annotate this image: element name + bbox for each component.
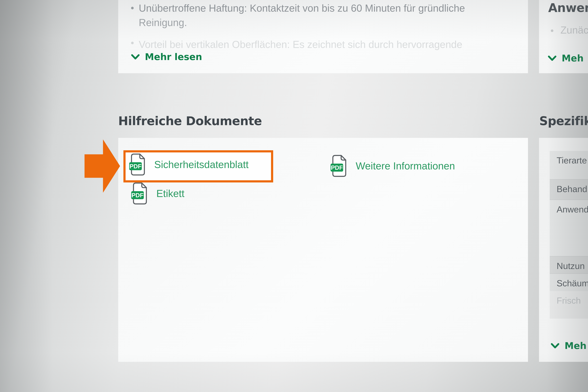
document-link-label: Weitere Informationen xyxy=(356,160,455,172)
pdf-badge-label: PDF xyxy=(131,192,143,198)
tutorial-highlight-box: PDF Sicherheitsdatenblatt xyxy=(123,150,273,182)
pdf-icon: PDF xyxy=(129,153,146,176)
description-content: Unübertroffene Haftung: Kontaktzeit von … xyxy=(118,0,528,73)
row-label: Tierarte xyxy=(557,155,587,165)
bullet-line-2: Reinigung. xyxy=(139,15,465,30)
usage-card: Anwend Zunäc Meh xyxy=(539,0,588,73)
row-label: Nutzun xyxy=(557,261,585,271)
table-row: Frisch xyxy=(550,291,588,318)
row-label: Frisch xyxy=(557,296,581,306)
read-more-label: Meh xyxy=(565,340,587,351)
pdf-badge-label: PDF xyxy=(129,163,141,170)
document-link-etikett[interactable]: PDF Etikett xyxy=(131,182,184,205)
read-more-link[interactable]: Meh xyxy=(551,340,587,351)
chevron-down-icon xyxy=(131,54,140,60)
pdf-icon: PDF xyxy=(330,154,347,178)
document-link-sicherheitsdatenblatt[interactable]: PDF Sicherheitsdatenblatt xyxy=(129,153,249,176)
table-row: Tierarte xyxy=(550,151,588,179)
read-more-link[interactable]: Meh xyxy=(548,53,584,64)
spec-table: Tierarte Behand Anwend Nutzun Schäum Fri… xyxy=(550,151,588,318)
table-row: Behand xyxy=(550,179,588,200)
table-row: Nutzun xyxy=(550,256,588,274)
documents-section-title: Hilfreiche Dokumente xyxy=(118,114,262,128)
table-row: Schäum xyxy=(550,274,588,291)
pdf-badge-label: PDF xyxy=(331,164,343,171)
usage-bullet: Zunäc xyxy=(561,24,588,36)
document-link-label: Sicherheitsdatenblatt xyxy=(154,159,249,170)
page-background: Unübertroffene Haftung: Kontaktzeit von … xyxy=(0,0,588,392)
bullet-dot xyxy=(131,7,134,9)
document-link-weitere-informationen[interactable]: PDF Weitere Informationen xyxy=(330,154,455,178)
bullet-line-1: Unübertroffene Haftung: Kontaktzeit von … xyxy=(139,1,465,15)
product-description-card: Unübertroffene Haftung: Kontaktzeit von … xyxy=(118,0,528,73)
row-label: Schäum xyxy=(557,278,588,288)
description-bullet-faded: Vorteil bei vertikalen Oberflächen: Es z… xyxy=(139,38,462,50)
row-label: Anwend xyxy=(557,204,588,214)
spec-card: Tierarte Behand Anwend Nutzun Schäum Fri… xyxy=(539,138,588,362)
highlight-arrow xyxy=(84,140,120,193)
read-more-label: Meh xyxy=(562,53,584,64)
description-bullet: Unübertroffene Haftung: Kontaktzeit von … xyxy=(139,1,465,30)
bullet-dot-faded xyxy=(131,42,134,44)
usage-card-title: Anwend xyxy=(548,1,588,15)
bullet-dot xyxy=(551,30,554,32)
read-more-link[interactable]: Mehr lesen xyxy=(131,52,202,62)
read-more-label: Mehr lesen xyxy=(145,52,202,62)
table-row: Anwend xyxy=(550,200,588,256)
pdf-icon: PDF xyxy=(131,182,148,205)
spec-section-title: Spezifik xyxy=(539,114,588,128)
row-label: Behand xyxy=(557,184,587,194)
document-link-label: Etikett xyxy=(156,188,184,199)
chevron-down-icon xyxy=(548,55,557,61)
chevron-down-icon xyxy=(551,343,559,349)
